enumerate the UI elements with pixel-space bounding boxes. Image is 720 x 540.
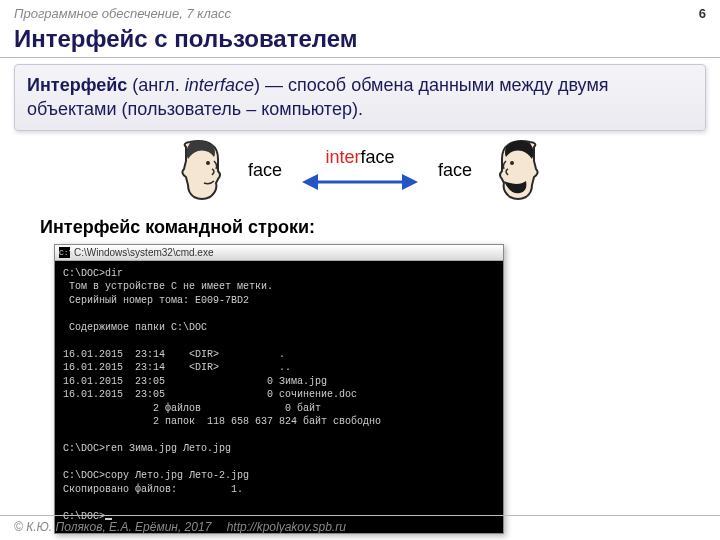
- subject-line: Программное обеспечение, 7 класс: [14, 6, 231, 21]
- cmd-line: C:\DOC>dir: [63, 268, 123, 279]
- footer-copyright: © К.Ю. Поляков, Е.А. Ерёмин, 2017: [14, 520, 211, 534]
- cli-subhead: Интерфейс командной строки:: [0, 213, 720, 244]
- slide-footer: © К.Ю. Поляков, Е.А. Ерёмин, 2017 http:/…: [0, 515, 720, 540]
- cmd-body: C:\DOC>dir Том в устройстве C не имеет м…: [55, 261, 503, 534]
- cmd-titlebar: C:\ C:\Windows\system32\cmd.exe: [55, 245, 503, 261]
- svg-point-4: [510, 161, 514, 165]
- page-title: Интерфейс с пользователем: [0, 23, 720, 57]
- cmd-line: 16.01.2015 23:05 0 сочинение.doc: [63, 389, 357, 400]
- title-divider: [0, 57, 720, 58]
- face-right-label: face: [438, 160, 472, 181]
- cmd-line: Содержимое папки C:\DOC: [63, 322, 207, 333]
- interface-diagram: face interface face: [0, 139, 720, 203]
- def-english: interface: [185, 75, 254, 95]
- face-left-label: face: [248, 160, 282, 181]
- footer-link: http://kpolyakov.spb.ru: [227, 520, 346, 534]
- svg-marker-3: [402, 174, 418, 190]
- cmd-line: 16.01.2015 23:05 0 Зима.jpg: [63, 376, 327, 387]
- cmd-title-text: C:\Windows\system32\cmd.exe: [74, 247, 214, 258]
- face-right-icon: [490, 139, 546, 203]
- face-black: face: [360, 147, 394, 167]
- double-arrow-icon: [300, 170, 420, 194]
- slide-header: Программное обеспечение, 7 класс 6: [0, 0, 720, 23]
- arrow-center: interface: [300, 147, 420, 194]
- cmd-line: Серийный номер тома: E009-7BD2: [63, 295, 249, 306]
- cmd-line: 2 файлов 0 байт: [63, 403, 321, 414]
- cmd-line: Скопировано файлов: 1.: [63, 484, 243, 495]
- inter-red: inter: [325, 147, 360, 167]
- page-number: 6: [699, 6, 706, 21]
- cmd-line: C:\DOC>copy Лето.jpg Лето-2.jpg: [63, 470, 249, 481]
- def-paren-open: (англ.: [127, 75, 185, 95]
- svg-point-0: [206, 161, 210, 165]
- def-term: Интерфейс: [27, 75, 127, 95]
- cmd-line: C:\DOC>ren Зима.jpg Лето.jpg: [63, 443, 231, 454]
- cmd-icon: C:\: [59, 247, 70, 258]
- cmd-line: 2 папок 118 658 637 824 байт свободно: [63, 416, 381, 427]
- face-left-icon: [174, 139, 230, 203]
- cmd-window: C:\ C:\Windows\system32\cmd.exe C:\DOC>d…: [54, 244, 504, 535]
- cmd-line: 16.01.2015 23:14 <DIR> ..: [63, 362, 291, 373]
- cmd-line: 16.01.2015 23:14 <DIR> .: [63, 349, 285, 360]
- cmd-line: Том в устройстве C не имеет метки.: [63, 281, 273, 292]
- definition-box: Интерфейс (англ. interface) — способ обм…: [14, 64, 706, 131]
- interface-word: interface: [325, 147, 394, 168]
- svg-marker-2: [302, 174, 318, 190]
